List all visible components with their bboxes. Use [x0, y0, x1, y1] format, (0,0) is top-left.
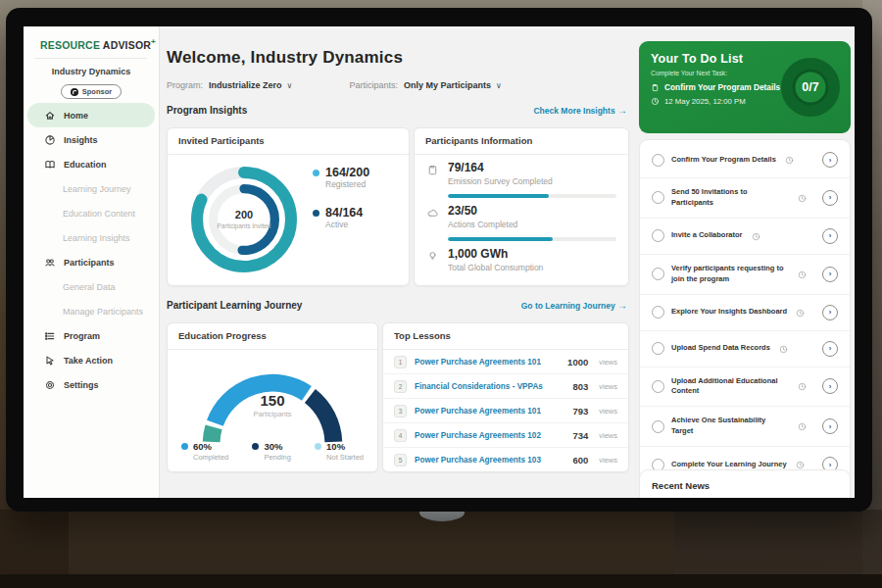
task-checkbox[interactable] [652, 306, 664, 318]
task-checkbox[interactable] [652, 420, 664, 433]
home-icon [44, 110, 56, 122]
legend-label: Active [325, 220, 369, 229]
gauge-center-value: 150 [168, 392, 377, 409]
task-row: Invite a Collaborator › [640, 219, 850, 255]
stat-value: 23/50 [448, 205, 616, 218]
lesson-link[interactable]: Power Purchase Agreements 102 [415, 431, 541, 440]
next-task-label: Confirm Your Program Details [664, 82, 780, 92]
arrow-right-icon: → [617, 105, 627, 116]
sidebar-item-education[interactable]: Education [27, 152, 155, 176]
lesson-link[interactable]: Power Purchase Agreements 101 [415, 407, 541, 416]
lesson-row: 5 Power Purchase Agreements 103 600 view… [383, 448, 628, 471]
clock-icon [752, 227, 760, 245]
sidebar-item-label: Participants [64, 258, 115, 268]
sidebar-item-program[interactable]: Program [27, 323, 155, 348]
sidebar-item-label: Education Content [63, 209, 135, 219]
task-checkbox[interactable] [652, 229, 664, 242]
todo-progress-value: 0/7 [780, 57, 841, 118]
go-to-learning-journey-link[interactable]: Go to Learning Journey → [521, 300, 627, 311]
sidebar-item-learning-insights[interactable]: Learning Insights [27, 225, 155, 250]
task-row: Verify participants requesting to join t… [640, 255, 850, 295]
recent-news-card: Recent News [639, 469, 851, 498]
task-row: Achieve One Sustainability Target › [640, 407, 850, 447]
sponsor-badge-icon [71, 88, 78, 96]
task-checkbox[interactable] [652, 268, 664, 280]
task-go-button[interactable]: › [822, 267, 838, 282]
due-date-label: 12 May 2025, 12:00 PM [664, 97, 746, 106]
gauge-legend: 60% Completed 30% Pending 10% Not Starte… [168, 441, 377, 462]
task-label: Verify participants requesting to join t… [671, 264, 789, 285]
clock-icon [779, 340, 788, 358]
progress-bar [448, 194, 616, 198]
program-filter-value[interactable]: Industrialize Zero [209, 80, 282, 90]
task-go-button[interactable]: › [822, 305, 838, 320]
clock-icon [796, 304, 805, 321]
sidebar-item-insights[interactable]: Insights [27, 127, 155, 152]
sidebar-item-label: Settings [64, 380, 99, 390]
lesson-row: 2 Financial Considerations - VPPAs 803 v… [383, 374, 628, 399]
task-go-button[interactable]: › [822, 228, 838, 244]
invited-participants-card: Invited Participants 200 Participants In… [167, 127, 410, 286]
check-more-insights-link[interactable]: Check More Insights → [533, 105, 627, 116]
task-checkbox[interactable] [652, 154, 664, 167]
task-go-button[interactable]: › [822, 418, 838, 434]
sidebar-item-label: Take Action [64, 356, 113, 366]
lesson-link[interactable]: Power Purchase Agreements 101 [415, 358, 541, 367]
task-checkbox[interactable] [652, 380, 664, 393]
card-title: Participants Information [415, 128, 628, 155]
survey-icon [426, 164, 439, 176]
lesson-link[interactable]: Financial Considerations - VPPAs [415, 382, 543, 391]
organization-name: Industry Dynamics [24, 67, 159, 76]
participants-filter-value[interactable]: Only My Participants [404, 80, 491, 90]
settings-icon [44, 379, 56, 391]
task-go-button[interactable]: › [822, 378, 838, 394]
sidebar-item-label: Home [64, 111, 88, 121]
sidebar-item-education-content[interactable]: Education Content [27, 201, 155, 225]
sidebar-item-label: Program [64, 331, 100, 341]
task-checkbox[interactable] [652, 342, 664, 355]
task-go-button[interactable]: › [822, 190, 838, 206]
sidebar-item-take-action[interactable]: Take Action [27, 348, 155, 372]
progress-bar-fill [448, 194, 549, 198]
program-insights-header: Program Insights Check More Insights → [167, 105, 627, 116]
task-go-button[interactable]: › [822, 341, 838, 357]
logo-secondary: ADVISOR [103, 39, 151, 51]
task-label: Invite a Collaborator [671, 230, 743, 241]
lesson-views-suffix: views [599, 407, 617, 416]
sidebar: RESOURCE ADVISOR+ Industry Dynamics Spon… [24, 26, 160, 498]
sidebar-item-label: Learning Journey [63, 184, 131, 194]
logo-divider [35, 58, 147, 59]
stat-label: Emission Survey Completed [448, 176, 616, 186]
legend-dot [181, 443, 188, 450]
lesson-link[interactable]: Power Purchase Agreements 103 [415, 456, 541, 465]
chevron-down-icon[interactable]: ∨ [287, 81, 293, 90]
stat-label: Actions Completed [448, 220, 616, 229]
sidebar-item-manage-participants[interactable]: Manage Participants [27, 299, 155, 323]
stat-value: 1,000 GWh [448, 248, 543, 261]
sidebar-item-learning-journey[interactable]: Learning Journey [27, 176, 155, 201]
task-checkbox[interactable] [652, 191, 664, 204]
legend-label: Not Started [326, 453, 364, 462]
lesson-views: 803 [572, 381, 588, 392]
stat-global-consumption: 1,000 GWh Total Global Consumption [426, 248, 618, 272]
sidebar-item-participants[interactable]: Participants [27, 250, 155, 274]
sidebar-item-settings[interactable]: Settings [27, 372, 155, 397]
card-title: Invited Participants [168, 128, 409, 155]
lesson-rank: 4 [394, 429, 407, 442]
task-go-button[interactable]: › [822, 152, 838, 168]
sidebar-item-label: Education [64, 160, 107, 170]
lesson-views-suffix: views [599, 431, 617, 440]
chevron-down-icon[interactable]: ∨ [496, 81, 502, 90]
clock-icon [798, 417, 807, 435]
clock-icon [798, 189, 807, 207]
legend-dot [313, 210, 319, 217]
sidebar-item-home[interactable]: Home [27, 103, 155, 127]
lesson-row: 1 Power Purchase Agreements 101 1000 vie… [383, 350, 628, 374]
donut-center-value: 200 [235, 209, 253, 220]
recent-news-title: Recent News [640, 470, 850, 498]
gauge-center-label: Participants [168, 410, 377, 418]
clipboard-icon [651, 83, 660, 92]
todo-progress-ring: 0/7 [780, 57, 841, 118]
sidebar-item-general-data[interactable]: General Data [27, 274, 155, 299]
program-insights-title: Program Insights [167, 105, 247, 116]
